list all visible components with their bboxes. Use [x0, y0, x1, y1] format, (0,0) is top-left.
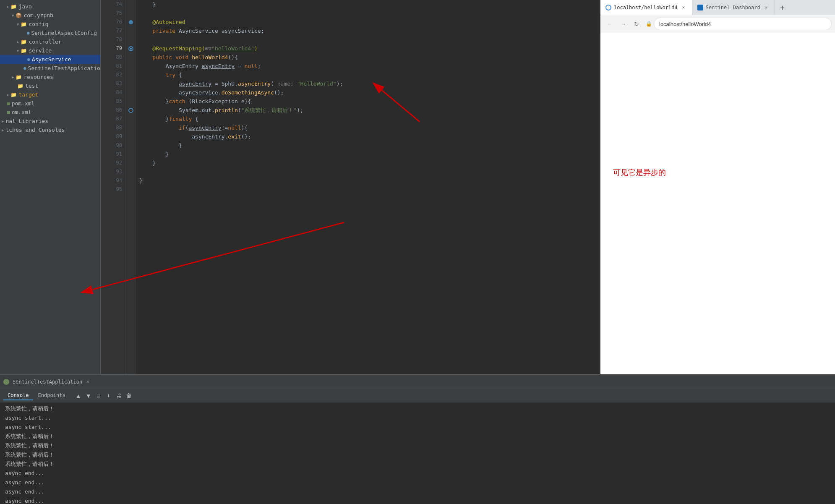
bottom-close-btn[interactable]: ✕: [86, 379, 89, 384]
marker-78: [126, 35, 136, 44]
sidebar-item-sentinel-aspect[interactable]: ● SentinelAspectConfig: [0, 29, 100, 37]
line-89: 89: [116, 132, 122, 141]
scroll-up-btn[interactable]: ▲: [74, 391, 83, 400]
marker-83: [126, 79, 136, 88]
marker-76: [126, 18, 136, 26]
sidebar-item-async-service[interactable]: ● AsyncService: [0, 55, 100, 64]
expand-icon: ▶: [17, 40, 19, 44]
line-83: 83: [116, 79, 122, 88]
sidebar-item-com-yzpnb[interactable]: ▼ 📦 com.yzpnb: [0, 11, 100, 20]
filter-btn[interactable]: ≡: [94, 391, 103, 400]
sidebar-item-pom[interactable]: ■ pom.xml: [0, 99, 100, 108]
java-file-icon: ●: [27, 57, 30, 62]
tab-sentinel[interactable]: Sentinel Dashboard ✕: [692, 0, 775, 15]
sidebar-item-target[interactable]: ▶ 📁 target: [0, 90, 100, 99]
marker-84: [126, 88, 136, 97]
sidebar-label: service: [29, 47, 52, 54]
marker-92: [126, 159, 136, 167]
sidebar-label: SentinelAspectConfig: [31, 30, 97, 36]
console-tab[interactable]: Console: [3, 391, 33, 400]
expand-icon: ▶: [2, 128, 4, 132]
code-markers: [126, 0, 136, 374]
console-line-8: async end...: [5, 478, 830, 487]
line-numbers: 74 75 76 77 78 79 80 81 82 83 84 85 86 8…: [101, 0, 126, 374]
code-content[interactable]: } @Autowired private AsyncService asyncS…: [136, 0, 600, 374]
folder-icon: 📁: [10, 4, 17, 10]
browser-tabs: localhost/helloWorld4 ✕ Sentinel Dashboa…: [600, 0, 835, 15]
expand-icon: ▶: [7, 5, 9, 9]
sidebar-item-resources[interactable]: ▶ 📁 resources: [0, 73, 100, 81]
sentinel-favicon: [697, 5, 703, 10]
package-icon: 📦: [16, 13, 22, 18]
print-btn[interactable]: 🖨: [114, 391, 123, 400]
expand-icon: ▶: [2, 119, 4, 123]
code-line-82: try {: [139, 71, 597, 79]
console-line-10: async end...: [5, 496, 830, 504]
svg-point-0: [129, 20, 133, 24]
console-line-5: 系统繁忙，请稍后！: [5, 450, 830, 460]
code-line-87: }finally {: [139, 115, 597, 123]
sidebar-item-sentinel-app[interactable]: ● SentinelTestApplication: [0, 64, 100, 73]
refresh-btn[interactable]: ↻: [631, 18, 642, 30]
sidebar-label: com.yzpnb: [23, 12, 53, 18]
line-84: 84: [116, 88, 122, 97]
sidebar-item-java[interactable]: ▶ 📁 java: [0, 2, 100, 11]
scroll-down-btn[interactable]: ▼: [84, 391, 93, 400]
sidebar-item-test[interactable]: 📁 test: [0, 81, 100, 90]
console-output: 系统繁忙，请稍后！ async start... async start... …: [0, 402, 835, 504]
line-74: 74: [116, 0, 122, 9]
console-line-2: async start...: [5, 423, 830, 432]
endpoints-tab[interactable]: Endpoints: [34, 391, 70, 400]
marker-90: [126, 141, 136, 150]
code-line-84: asyncService.doSomethingAsync();: [139, 88, 597, 97]
code-line-78: [139, 35, 597, 44]
tab-close-btn[interactable]: ✕: [763, 4, 770, 11]
marker-75: [126, 9, 136, 18]
sidebar-item-config[interactable]: ▼ 📁 config: [0, 20, 100, 29]
sidebar-label: SentinelTestApplication: [28, 65, 101, 71]
line-82: 82: [116, 71, 122, 79]
code-line-76: @Autowired: [139, 18, 597, 26]
xml-file-icon: ■: [7, 110, 10, 115]
back-btn[interactable]: ←: [604, 18, 616, 30]
folder-icon: 📁: [21, 21, 27, 27]
import-btn[interactable]: ⬇: [104, 391, 113, 400]
forward-btn[interactable]: →: [617, 18, 629, 30]
expand-icon: ▶: [12, 75, 14, 79]
sidebar-item-consoles[interactable]: ▶ tches and Consoles: [0, 125, 100, 134]
tab-close-btn[interactable]: ✕: [680, 4, 687, 11]
marker-81: [126, 62, 136, 71]
line-85: 85: [116, 97, 122, 106]
address-bar[interactable]: [654, 18, 832, 30]
console-line-4: 系统繁忙，请稍后！: [5, 441, 830, 450]
tab-helloworld4[interactable]: localhost/helloWorld4 ✕: [600, 0, 692, 15]
sidebar-item-om[interactable]: ■ om.xml: [0, 108, 100, 117]
sidebar-item-libraries[interactable]: ▶ nal Libraries: [0, 117, 100, 125]
xml-file-icon: ■: [7, 101, 10, 106]
console-line-0: 系统繁忙，请稍后！: [5, 404, 830, 413]
code-line-86: System.out.println("系统繁忙，请稍后！");: [139, 106, 597, 115]
tab-label: localhost/helloWorld4: [614, 5, 678, 10]
line-92: 92: [116, 159, 122, 167]
marker-77: [126, 26, 136, 35]
sidebar-label: pom.xml: [12, 100, 35, 107]
app-title: SentinelTestApplication: [13, 379, 82, 385]
sidebar-label: test: [25, 83, 38, 89]
code-line-74: }: [139, 0, 597, 9]
line-78: 78: [116, 35, 122, 44]
browser-toolbar: ← → ↻ 🔒: [600, 15, 835, 33]
console-line-9: async end...: [5, 487, 830, 496]
sidebar-item-controller[interactable]: ▶ 📁 controller: [0, 37, 100, 46]
clear-btn[interactable]: 🗑: [124, 391, 133, 400]
code-line-95: [139, 185, 597, 194]
sidebar-label: target: [18, 91, 38, 98]
line-95: 95: [116, 185, 122, 194]
line-76: 76: [116, 18, 122, 26]
code-line-93: [139, 167, 597, 176]
sidebar-item-service[interactable]: ▼ 📁 service: [0, 46, 100, 55]
code-line-92: }: [139, 159, 597, 167]
new-tab-btn[interactable]: +: [775, 0, 790, 15]
console-line-1: async start...: [5, 413, 830, 423]
sidebar: ▶ 📁 java ▼ 📦 com.yzpnb ▼ 📁 config ● Sent…: [0, 0, 101, 374]
marker-86: [126, 106, 136, 115]
